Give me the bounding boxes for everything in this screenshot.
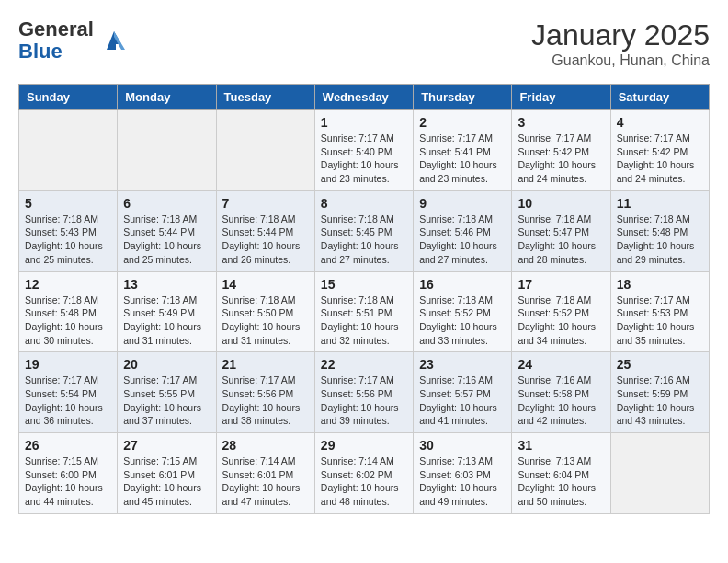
day-number: 24 xyxy=(518,357,604,372)
calendar-cell: 10Sunrise: 7:18 AM Sunset: 5:47 PM Dayli… xyxy=(512,190,610,271)
calendar-cell: 28Sunrise: 7:14 AM Sunset: 6:01 PM Dayli… xyxy=(216,433,314,514)
calendar-cell: 6Sunrise: 7:18 AM Sunset: 5:44 PM Daylig… xyxy=(118,190,216,271)
calendar-cell: 11Sunrise: 7:18 AM Sunset: 5:48 PM Dayli… xyxy=(610,190,709,271)
day-info: Sunrise: 7:18 AM Sunset: 5:46 PM Dayligh… xyxy=(419,213,506,267)
calendar-cell: 19Sunrise: 7:17 AM Sunset: 5:54 PM Dayli… xyxy=(19,352,118,433)
calendar-cell: 2Sunrise: 7:17 AM Sunset: 5:41 PM Daylig… xyxy=(414,110,512,191)
calendar-cell xyxy=(216,110,314,191)
calendar-cell xyxy=(610,433,709,514)
day-number: 7 xyxy=(222,196,309,211)
day-number: 25 xyxy=(617,357,703,372)
day-info: Sunrise: 7:14 AM Sunset: 6:01 PM Dayligh… xyxy=(222,454,309,509)
calendar-cell: 12Sunrise: 7:18 AM Sunset: 5:48 PM Dayli… xyxy=(19,271,118,352)
calendar-cell: 24Sunrise: 7:16 AM Sunset: 5:58 PM Dayli… xyxy=(512,352,610,433)
day-number: 14 xyxy=(222,277,309,292)
weekday-header-tuesday: Tuesday xyxy=(216,85,314,110)
day-number: 9 xyxy=(419,196,506,211)
calendar-cell: 22Sunrise: 7:17 AM Sunset: 5:56 PM Dayli… xyxy=(314,352,413,433)
calendar-week-5: 26Sunrise: 7:15 AM Sunset: 6:00 PM Dayli… xyxy=(19,433,710,514)
calendar-cell: 8Sunrise: 7:18 AM Sunset: 5:45 PM Daylig… xyxy=(314,190,413,271)
day-info: Sunrise: 7:17 AM Sunset: 5:41 PM Dayligh… xyxy=(419,132,506,186)
day-info: Sunrise: 7:18 AM Sunset: 5:47 PM Dayligh… xyxy=(518,213,604,267)
calendar-title: January 2025 xyxy=(531,18,710,52)
day-info: Sunrise: 7:16 AM Sunset: 5:57 PM Dayligh… xyxy=(419,373,506,428)
day-info: Sunrise: 7:15 AM Sunset: 6:01 PM Dayligh… xyxy=(123,454,210,509)
calendar-cell: 27Sunrise: 7:15 AM Sunset: 6:01 PM Dayli… xyxy=(118,433,216,514)
day-info: Sunrise: 7:17 AM Sunset: 5:55 PM Dayligh… xyxy=(123,373,210,428)
day-info: Sunrise: 7:17 AM Sunset: 5:53 PM Dayligh… xyxy=(617,293,703,348)
calendar-cell: 3Sunrise: 7:17 AM Sunset: 5:42 PM Daylig… xyxy=(512,110,610,191)
day-info: Sunrise: 7:17 AM Sunset: 5:42 PM Dayligh… xyxy=(518,132,604,186)
day-info: Sunrise: 7:18 AM Sunset: 5:52 PM Dayligh… xyxy=(419,293,506,348)
day-info: Sunrise: 7:17 AM Sunset: 5:56 PM Dayligh… xyxy=(321,373,407,428)
calendar-cell: 30Sunrise: 7:13 AM Sunset: 6:03 PM Dayli… xyxy=(414,433,512,514)
day-info: Sunrise: 7:17 AM Sunset: 5:42 PM Dayligh… xyxy=(617,132,703,186)
day-info: Sunrise: 7:13 AM Sunset: 6:04 PM Dayligh… xyxy=(518,454,604,509)
day-number: 26 xyxy=(25,438,111,453)
day-number: 16 xyxy=(419,277,506,292)
calendar-cell: 13Sunrise: 7:18 AM Sunset: 5:49 PM Dayli… xyxy=(118,271,216,352)
day-number: 5 xyxy=(25,196,111,211)
day-number: 28 xyxy=(222,438,309,453)
day-number: 19 xyxy=(25,357,111,372)
calendar-header: SundayMondayTuesdayWednesdayThursdayFrid… xyxy=(19,85,710,110)
title-block: January 2025 Guankou, Hunan, China xyxy=(531,18,710,69)
day-info: Sunrise: 7:18 AM Sunset: 5:44 PM Dayligh… xyxy=(222,213,309,267)
weekday-header-friday: Friday xyxy=(512,85,610,110)
day-info: Sunrise: 7:18 AM Sunset: 5:51 PM Dayligh… xyxy=(321,293,407,348)
day-info: Sunrise: 7:17 AM Sunset: 5:56 PM Dayligh… xyxy=(222,373,309,428)
day-info: Sunrise: 7:18 AM Sunset: 5:44 PM Dayligh… xyxy=(123,213,210,267)
day-number: 11 xyxy=(617,196,703,211)
calendar-cell: 15Sunrise: 7:18 AM Sunset: 5:51 PM Dayli… xyxy=(314,271,413,352)
day-number: 6 xyxy=(123,196,210,211)
calendar-cell: 25Sunrise: 7:16 AM Sunset: 5:59 PM Dayli… xyxy=(610,352,709,433)
day-info: Sunrise: 7:18 AM Sunset: 5:43 PM Dayligh… xyxy=(25,213,111,267)
calendar-cell: 29Sunrise: 7:14 AM Sunset: 6:02 PM Dayli… xyxy=(314,433,413,514)
day-number: 8 xyxy=(321,196,407,211)
day-info: Sunrise: 7:16 AM Sunset: 5:58 PM Dayligh… xyxy=(518,373,604,428)
day-number: 31 xyxy=(518,438,604,453)
calendar-cell: 31Sunrise: 7:13 AM Sunset: 6:04 PM Dayli… xyxy=(512,433,610,514)
calendar-cell: 20Sunrise: 7:17 AM Sunset: 5:55 PM Dayli… xyxy=(118,352,216,433)
day-number: 1 xyxy=(321,115,407,130)
calendar-cell: 7Sunrise: 7:18 AM Sunset: 5:44 PM Daylig… xyxy=(216,190,314,271)
day-number: 21 xyxy=(222,357,309,372)
day-info: Sunrise: 7:18 AM Sunset: 5:49 PM Dayligh… xyxy=(123,293,210,348)
page-header: General Blue January 2025 Guankou, Hunan… xyxy=(18,18,710,69)
calendar-cell: 26Sunrise: 7:15 AM Sunset: 6:00 PM Dayli… xyxy=(19,433,118,514)
calendar-table: SundayMondayTuesdayWednesdayThursdayFrid… xyxy=(18,84,710,514)
calendar-cell: 14Sunrise: 7:18 AM Sunset: 5:50 PM Dayli… xyxy=(216,271,314,352)
calendar-cell: 4Sunrise: 7:17 AM Sunset: 5:42 PM Daylig… xyxy=(610,110,709,191)
calendar-subtitle: Guankou, Hunan, China xyxy=(531,52,710,69)
day-info: Sunrise: 7:18 AM Sunset: 5:50 PM Dayligh… xyxy=(222,293,309,348)
day-number: 13 xyxy=(123,277,210,292)
logo-icon xyxy=(97,24,131,57)
day-number: 17 xyxy=(518,277,604,292)
calendar-cell: 18Sunrise: 7:17 AM Sunset: 5:53 PM Dayli… xyxy=(610,271,709,352)
day-number: 10 xyxy=(518,196,604,211)
day-number: 22 xyxy=(321,357,407,372)
calendar-body: 1Sunrise: 7:17 AM Sunset: 5:40 PM Daylig… xyxy=(19,110,710,514)
day-number: 29 xyxy=(321,438,407,453)
day-number: 15 xyxy=(321,277,407,292)
calendar-cell: 23Sunrise: 7:16 AM Sunset: 5:57 PM Dayli… xyxy=(414,352,512,433)
day-number: 2 xyxy=(419,115,506,130)
day-number: 20 xyxy=(123,357,210,372)
day-info: Sunrise: 7:18 AM Sunset: 5:45 PM Dayligh… xyxy=(321,213,407,267)
day-info: Sunrise: 7:16 AM Sunset: 5:59 PM Dayligh… xyxy=(617,373,703,428)
weekday-header-saturday: Saturday xyxy=(610,85,709,110)
day-number: 4 xyxy=(617,115,703,130)
day-number: 23 xyxy=(419,357,506,372)
calendar-cell: 5Sunrise: 7:18 AM Sunset: 5:43 PM Daylig… xyxy=(19,190,118,271)
calendar-cell: 21Sunrise: 7:17 AM Sunset: 5:56 PM Dayli… xyxy=(216,352,314,433)
day-info: Sunrise: 7:17 AM Sunset: 5:54 PM Dayligh… xyxy=(25,373,111,428)
weekday-header-sunday: Sunday xyxy=(19,85,118,110)
calendar-week-3: 12Sunrise: 7:18 AM Sunset: 5:48 PM Dayli… xyxy=(19,271,710,352)
weekday-header-monday: Monday xyxy=(118,85,216,110)
day-number: 3 xyxy=(518,115,604,130)
calendar-cell: 9Sunrise: 7:18 AM Sunset: 5:46 PM Daylig… xyxy=(414,190,512,271)
day-info: Sunrise: 7:18 AM Sunset: 5:48 PM Dayligh… xyxy=(617,213,703,267)
calendar-cell xyxy=(19,110,118,191)
calendar-cell: 17Sunrise: 7:18 AM Sunset: 5:52 PM Dayli… xyxy=(512,271,610,352)
logo-general: General xyxy=(18,17,94,40)
